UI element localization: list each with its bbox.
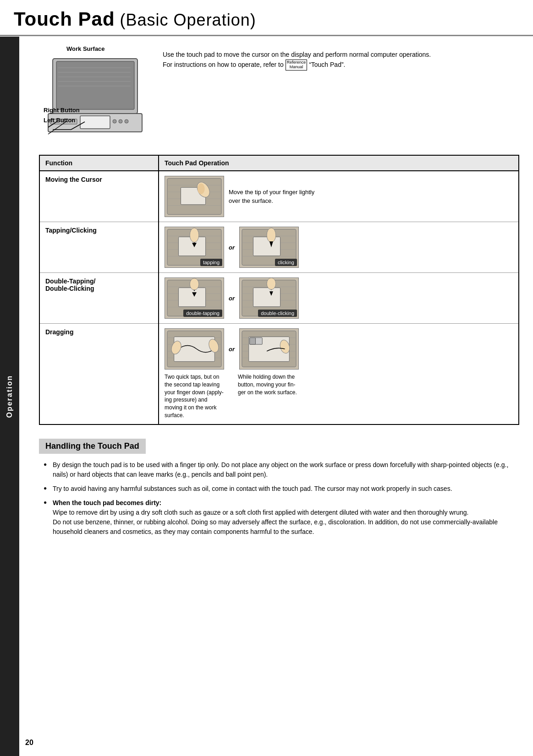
svg-rect-1 [56,61,134,109]
drag-right-img [239,328,299,370]
bullet-3: When the touch pad becomes dirty: Wipe t… [44,498,519,537]
col1-header: Function [39,155,159,171]
col2-header: Touch Pad Operation [159,155,519,171]
work-surface-label: Work Surface [66,45,149,52]
svg-point-25 [198,183,205,194]
ref-box: ReferenceManual [286,60,308,71]
tapping-finger-box: tapping [165,227,224,268]
or-text-3: or [229,346,235,353]
svg-point-13 [125,120,128,123]
or-text-1: or [229,244,235,251]
function-double: Double-Tapping/Double-Clicking [39,273,159,324]
intro-text: Use the touch pad to move the cursor on … [163,45,519,71]
bullet-2: Try to avoid having any harmful substanc… [44,484,519,494]
dragging-descs: Two quick taps, but on the second tap le… [165,373,513,419]
intro-line2: For instructions on how to operate, refe… [163,60,519,71]
operation-tapping: tapping or [159,222,519,273]
table-row: Double-Tapping/Double-Clicking [39,273,519,324]
drag-left-box [165,328,224,370]
function-dragging: Dragging [39,324,159,424]
intro-line1: Use the touch pad to move the cursor on … [163,50,519,60]
svg-point-12 [119,120,122,123]
bullet-list: By design the touch pad is to be used wi… [39,460,519,537]
drag-left-desc: Two quick taps, but on the second tap le… [165,373,224,419]
handling-title: Handling the Touch Pad [39,439,146,454]
laptop-illustration [39,54,149,146]
diagram-section: Work Surface [39,45,519,146]
or-text-2: or [229,295,235,302]
tapping-label: tapping [200,259,222,266]
operation-moving: Move the tip of your finger lightly over… [159,171,519,222]
double-clicking-box: double-clicking [239,277,299,319]
sidebar: Operation [0,37,19,756]
svg-rect-76 [250,337,256,344]
drag-right-desc: While holding down the button, moving yo… [238,373,297,396]
svg-point-34 [190,228,199,243]
drag-right-box [239,328,299,370]
operation-double: double-tapping or [159,273,519,324]
moving-desc: Move the tip of your finger lightly over… [229,188,320,206]
right-button-label: Right Button [44,107,80,114]
table-row: Tapping/Clicking [39,222,519,273]
svg-rect-48 [179,288,206,306]
function-tapping: Tapping/Clicking [39,222,159,273]
svg-point-51 [190,278,199,290]
operation-dragging: or [159,324,519,424]
table-row: Dragging [39,324,519,424]
svg-point-60 [267,278,276,290]
tapping-illustration-row: tapping or [165,227,513,268]
intro-line2-start: For instructions on how to operate, refe… [163,61,284,68]
svg-rect-40 [253,237,280,256]
double-clicking-label: double-clicking [258,310,297,317]
double-illustration-row: double-tapping or [165,277,513,319]
clicking-label: clicking [275,259,297,266]
laptop-svg: Right Button Left Button [39,54,149,146]
sidebar-label: Operation [5,375,14,418]
title-bold: Touch Pad [14,8,115,30]
page-header: Touch Pad (Basic Operation) [0,0,533,36]
page-title: Touch Pad (Basic Operation) [14,8,519,30]
double-tapping-label: double-tapping [183,310,222,317]
touch-pad-table: Function Touch Pad Operation Moving the … [39,155,519,425]
table-row: Moving the Cursor [39,171,519,222]
svg-point-41 [267,228,276,243]
bullet-3-body: Wipe to remove dirt by using a dry soft … [53,509,498,535]
left-button-label: Left Button [44,117,75,124]
double-tapping-box: double-tapping [165,277,224,319]
function-moving: Moving the Cursor [39,171,159,222]
moving-finger-svg [165,176,224,217]
laptop-diagram: Work Surface [39,45,149,146]
svg-point-11 [113,120,116,123]
clicking-finger-box: clicking [239,227,299,268]
drag-right-svg [240,328,298,370]
handling-section: Handling the Touch Pad By design the tou… [39,439,519,537]
drag-left-img [165,328,224,370]
drag-left-svg [165,328,224,370]
moving-illustration-row: Move the tip of your finger lightly over… [165,176,513,217]
dragging-illustration-row: or [165,328,513,370]
bullet-1: By design the touch pad is to be used wi… [44,460,519,479]
page-number: 20 [25,739,33,747]
svg-rect-57 [253,288,280,306]
bullet-3-bold: When the touch pad becomes dirty: [53,499,161,506]
title-normal: (Basic Operation) [115,11,256,29]
intro-line2-end: “Touch Pad”. [309,61,345,68]
moving-touchpad-img [165,176,224,217]
main-content: Work Surface [25,36,533,555]
